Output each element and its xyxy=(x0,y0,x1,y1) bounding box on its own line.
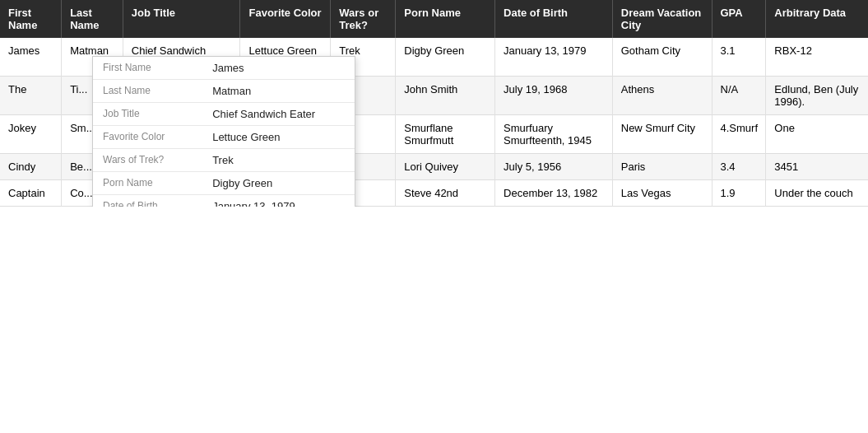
col-header-dream: Dream Vacation City xyxy=(612,0,712,38)
popup-row: Job TitleChief Sandwich Eater xyxy=(93,103,355,126)
popup-field-label: Job Title xyxy=(93,103,202,126)
popup-field-value: January 13, 1979 xyxy=(202,195,355,207)
table-cell: July 19, 1968 xyxy=(495,77,613,115)
col-header-fav: Favorite Color xyxy=(240,0,331,38)
popup-field-value: Matman xyxy=(202,80,355,103)
table-cell: Under the couch xyxy=(766,180,868,207)
table-cell: Lori Quivey xyxy=(396,154,495,180)
table-cell: Las Vegas xyxy=(612,180,712,207)
popup-field-value: James xyxy=(202,57,355,80)
col-header-first: First Name xyxy=(0,0,62,38)
table-cell: 3451 xyxy=(766,154,868,180)
popup-field-label: Wars of Trek? xyxy=(93,149,202,172)
popup-field-value: Chief Sandwich Eater xyxy=(202,103,355,126)
table-cell: 4.Smurf xyxy=(712,115,766,154)
table-cell: Smurfuary Smurfteenth, 1945 xyxy=(495,115,613,154)
table-cell: Athens xyxy=(612,77,712,115)
popup-row: Porn NameDigby Green xyxy=(93,172,355,195)
table-cell: Cindy xyxy=(0,154,62,180)
popup-field-label: Favorite Color xyxy=(93,126,202,149)
table-cell: The xyxy=(0,77,62,115)
col-header-last: Last Name xyxy=(62,0,123,38)
popup-field-label: First Name xyxy=(93,57,202,80)
table-cell: Digby Green xyxy=(396,38,495,77)
popup-row: First NameJames xyxy=(93,57,355,80)
table-cell: John Smith xyxy=(396,77,495,115)
popup-field-label: Last Name xyxy=(93,80,202,103)
table-cell: Captain xyxy=(0,180,62,207)
popup-field-label: Porn Name xyxy=(93,172,202,195)
table-cell: Edlund, Ben (July 1996). xyxy=(766,77,868,115)
table-cell: July 5, 1956 xyxy=(495,154,613,180)
table-cell: Paris xyxy=(612,154,712,180)
col-header-arb: Arbitrary Data xyxy=(766,0,868,38)
popup-field-value: Lettuce Green xyxy=(202,126,355,149)
table-cell: December 13, 1982 xyxy=(495,180,613,207)
col-header-wars: Wars or Trek? xyxy=(331,0,396,38)
table-cell: N/A xyxy=(712,77,766,115)
table-cell: Jokey xyxy=(0,115,62,154)
popup-row: Favorite ColorLettuce Green xyxy=(93,126,355,149)
popup-field-value: Digby Green xyxy=(202,172,355,195)
table-cell: 3.1 xyxy=(712,38,766,77)
table-cell: Steve 42nd xyxy=(396,180,495,207)
col-header-dob: Date of Birth xyxy=(495,0,613,38)
table-cell: Gotham City xyxy=(612,38,712,77)
popup-row: Last NameMatman xyxy=(93,80,355,103)
table-cell: 3.4 xyxy=(712,154,766,180)
col-header-gpa: GPA xyxy=(712,0,766,38)
table-cell: One xyxy=(766,115,868,154)
table-cell: 1.9 xyxy=(712,180,766,207)
col-header-job: Job Title xyxy=(123,0,240,38)
popup-table: First NameJamesLast NameMatmanJob TitleC… xyxy=(93,57,355,207)
popup-row: Date of BirthJanuary 13, 1979 xyxy=(93,195,355,207)
col-header-porn: Porn Name xyxy=(396,0,495,38)
popup-row: Wars of Trek?Trek xyxy=(93,149,355,172)
popup-field-label: Date of Birth xyxy=(93,195,202,207)
table-cell: James xyxy=(0,38,62,77)
main-container: First Name Last Name Job Title Favorite … xyxy=(0,0,868,207)
table-cell: January 13, 1979 xyxy=(495,38,613,77)
table-cell: New Smurf City xyxy=(612,115,712,154)
table-cell: Smurflane Smurfmutt xyxy=(396,115,495,154)
header-row: First Name Last Name Job Title Favorite … xyxy=(0,0,868,38)
popup-field-value: Trek xyxy=(202,149,355,172)
row-detail-popup: First NameJamesLast NameMatmanJob TitleC… xyxy=(92,56,355,207)
table-cell: RBX-12 xyxy=(766,38,868,77)
